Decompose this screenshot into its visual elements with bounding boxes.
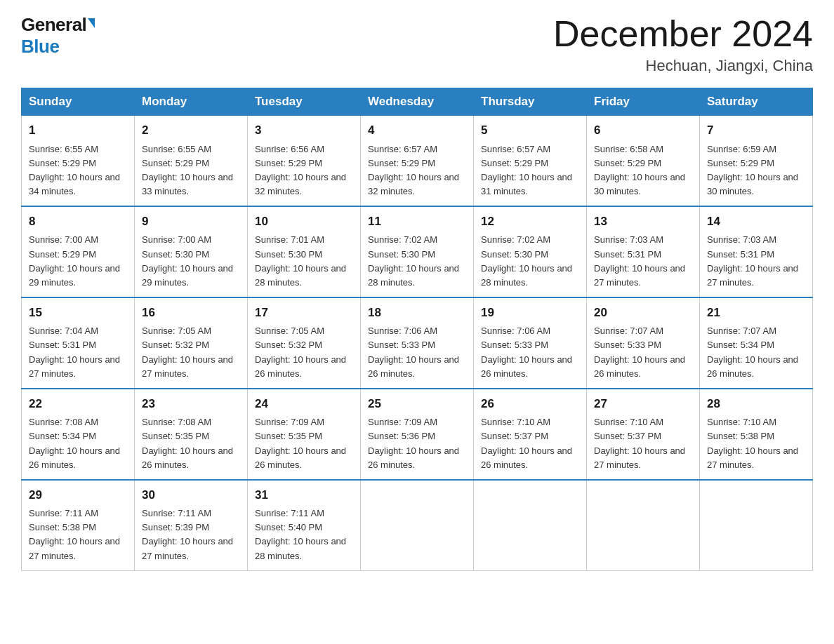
day-info: Sunrise: 7:05 AMSunset: 5:32 PMDaylight:…	[255, 324, 353, 381]
day-number: 2	[142, 121, 240, 140]
day-info: Sunrise: 7:07 AMSunset: 5:34 PMDaylight:…	[707, 324, 805, 381]
calendar-cell	[474, 480, 587, 570]
calendar-cell: 3Sunrise: 6:56 AMSunset: 5:29 PMDaylight…	[248, 116, 361, 206]
calendar-week-row: 15Sunrise: 7:04 AMSunset: 5:31 PMDayligh…	[22, 297, 813, 389]
header-tuesday: Tuesday	[248, 88, 361, 116]
day-number: 11	[368, 213, 466, 231]
day-number: 31	[255, 486, 353, 504]
day-info: Sunrise: 7:04 AMSunset: 5:31 PMDaylight:…	[29, 324, 127, 381]
calendar-week-row: 22Sunrise: 7:08 AMSunset: 5:34 PMDayligh…	[22, 389, 813, 480]
day-info: Sunrise: 7:11 AMSunset: 5:39 PMDaylight:…	[142, 507, 240, 563]
day-number: 5	[481, 121, 579, 140]
day-number: 1	[29, 121, 127, 140]
day-number: 17	[255, 304, 353, 322]
calendar-cell: 20Sunrise: 7:07 AMSunset: 5:33 PMDayligh…	[587, 297, 700, 389]
day-info: Sunrise: 7:10 AMSunset: 5:37 PMDaylight:…	[594, 415, 692, 472]
header-sunday: Sunday	[22, 88, 135, 116]
day-number: 14	[707, 213, 805, 231]
day-number: 6	[594, 121, 692, 140]
day-info: Sunrise: 7:03 AMSunset: 5:31 PMDaylight:…	[594, 233, 692, 290]
calendar-cell: 29Sunrise: 7:11 AMSunset: 5:38 PMDayligh…	[22, 480, 135, 570]
calendar-cell: 30Sunrise: 7:11 AMSunset: 5:39 PMDayligh…	[135, 480, 248, 570]
day-number: 29	[29, 486, 127, 504]
calendar-cell: 22Sunrise: 7:08 AMSunset: 5:34 PMDayligh…	[22, 389, 135, 480]
header-wednesday: Wednesday	[361, 88, 474, 116]
calendar-cell: 6Sunrise: 6:58 AMSunset: 5:29 PMDaylight…	[587, 116, 700, 206]
calendar-cell: 8Sunrise: 7:00 AMSunset: 5:29 PMDaylight…	[22, 206, 135, 297]
day-info: Sunrise: 6:55 AMSunset: 5:29 PMDaylight:…	[29, 142, 127, 199]
day-info: Sunrise: 7:08 AMSunset: 5:34 PMDaylight:…	[29, 415, 127, 472]
day-info: Sunrise: 7:07 AMSunset: 5:33 PMDaylight:…	[594, 324, 692, 381]
day-info: Sunrise: 7:08 AMSunset: 5:35 PMDaylight:…	[142, 415, 240, 472]
calendar-cell: 15Sunrise: 7:04 AMSunset: 5:31 PMDayligh…	[22, 297, 135, 389]
title-area: December 2024 Hechuan, Jiangxi, China	[553, 14, 813, 75]
calendar-cell: 13Sunrise: 7:03 AMSunset: 5:31 PMDayligh…	[587, 206, 700, 297]
logo: General Blue	[21, 14, 95, 58]
logo-general-text: General	[21, 14, 86, 36]
page-header: General Blue December 2024 Hechuan, Jian…	[21, 14, 813, 75]
day-number: 23	[142, 395, 240, 413]
calendar-cell: 24Sunrise: 7:09 AMSunset: 5:35 PMDayligh…	[248, 389, 361, 480]
day-info: Sunrise: 7:10 AMSunset: 5:37 PMDaylight:…	[481, 415, 579, 472]
day-info: Sunrise: 6:57 AMSunset: 5:29 PMDaylight:…	[368, 142, 466, 199]
day-info: Sunrise: 7:09 AMSunset: 5:35 PMDaylight:…	[255, 415, 353, 472]
day-number: 22	[29, 395, 127, 413]
logo-arrow-icon	[88, 18, 95, 28]
day-number: 27	[594, 395, 692, 413]
day-info: Sunrise: 7:06 AMSunset: 5:33 PMDaylight:…	[368, 324, 466, 381]
calendar-cell: 7Sunrise: 6:59 AMSunset: 5:29 PMDaylight…	[700, 116, 813, 206]
day-number: 7	[707, 121, 805, 140]
calendar-cell: 31Sunrise: 7:11 AMSunset: 5:40 PMDayligh…	[248, 480, 361, 570]
header-thursday: Thursday	[474, 88, 587, 116]
day-info: Sunrise: 6:58 AMSunset: 5:29 PMDaylight:…	[594, 142, 692, 199]
calendar-cell: 25Sunrise: 7:09 AMSunset: 5:36 PMDayligh…	[361, 389, 474, 480]
day-number: 21	[707, 304, 805, 322]
calendar-cell: 1Sunrise: 6:55 AMSunset: 5:29 PMDaylight…	[22, 116, 135, 206]
calendar-header-row: Sunday Monday Tuesday Wednesday Thursday…	[22, 88, 813, 116]
day-number: 4	[368, 121, 466, 140]
day-number: 16	[142, 304, 240, 322]
calendar-cell: 2Sunrise: 6:55 AMSunset: 5:29 PMDaylight…	[135, 116, 248, 206]
calendar-cell: 14Sunrise: 7:03 AMSunset: 5:31 PMDayligh…	[700, 206, 813, 297]
calendar-cell: 19Sunrise: 7:06 AMSunset: 5:33 PMDayligh…	[474, 297, 587, 389]
day-number: 10	[255, 213, 353, 231]
day-info: Sunrise: 6:56 AMSunset: 5:29 PMDaylight:…	[255, 142, 353, 199]
calendar-week-row: 1Sunrise: 6:55 AMSunset: 5:29 PMDaylight…	[22, 116, 813, 206]
calendar-cell: 11Sunrise: 7:02 AMSunset: 5:30 PMDayligh…	[361, 206, 474, 297]
day-info: Sunrise: 7:02 AMSunset: 5:30 PMDaylight:…	[368, 233, 466, 290]
day-info: Sunrise: 7:06 AMSunset: 5:33 PMDaylight:…	[481, 324, 579, 381]
day-info: Sunrise: 7:09 AMSunset: 5:36 PMDaylight:…	[368, 415, 466, 472]
day-info: Sunrise: 7:03 AMSunset: 5:31 PMDaylight:…	[707, 233, 805, 290]
calendar-cell: 12Sunrise: 7:02 AMSunset: 5:30 PMDayligh…	[474, 206, 587, 297]
day-number: 26	[481, 395, 579, 413]
day-info: Sunrise: 7:00 AMSunset: 5:30 PMDaylight:…	[142, 233, 240, 290]
calendar-week-row: 29Sunrise: 7:11 AMSunset: 5:38 PMDayligh…	[22, 480, 813, 570]
calendar-cell	[587, 480, 700, 570]
day-info: Sunrise: 6:59 AMSunset: 5:29 PMDaylight:…	[707, 142, 805, 199]
day-number: 25	[368, 395, 466, 413]
day-number: 3	[255, 121, 353, 140]
day-info: Sunrise: 6:57 AMSunset: 5:29 PMDaylight:…	[481, 142, 579, 199]
day-number: 30	[142, 486, 240, 504]
header-monday: Monday	[135, 88, 248, 116]
day-info: Sunrise: 7:05 AMSunset: 5:32 PMDaylight:…	[142, 324, 240, 381]
day-number: 18	[368, 304, 466, 322]
day-number: 13	[594, 213, 692, 231]
calendar-cell	[361, 480, 474, 570]
calendar-week-row: 8Sunrise: 7:00 AMSunset: 5:29 PMDaylight…	[22, 206, 813, 297]
day-number: 9	[142, 213, 240, 231]
day-number: 19	[481, 304, 579, 322]
day-info: Sunrise: 7:10 AMSunset: 5:38 PMDaylight:…	[707, 415, 805, 472]
day-number: 24	[255, 395, 353, 413]
day-info: Sunrise: 7:01 AMSunset: 5:30 PMDaylight:…	[255, 233, 353, 290]
calendar-cell: 18Sunrise: 7:06 AMSunset: 5:33 PMDayligh…	[361, 297, 474, 389]
logo-blue-text: Blue	[21, 36, 59, 57]
location: Hechuan, Jiangxi, China	[553, 57, 813, 75]
calendar-cell: 9Sunrise: 7:00 AMSunset: 5:30 PMDaylight…	[135, 206, 248, 297]
calendar-cell: 5Sunrise: 6:57 AMSunset: 5:29 PMDaylight…	[474, 116, 587, 206]
day-info: Sunrise: 7:02 AMSunset: 5:30 PMDaylight:…	[481, 233, 579, 290]
calendar-cell	[700, 480, 813, 570]
day-info: Sunrise: 7:00 AMSunset: 5:29 PMDaylight:…	[29, 233, 127, 290]
day-info: Sunrise: 6:55 AMSunset: 5:29 PMDaylight:…	[142, 142, 240, 199]
calendar-cell: 27Sunrise: 7:10 AMSunset: 5:37 PMDayligh…	[587, 389, 700, 480]
